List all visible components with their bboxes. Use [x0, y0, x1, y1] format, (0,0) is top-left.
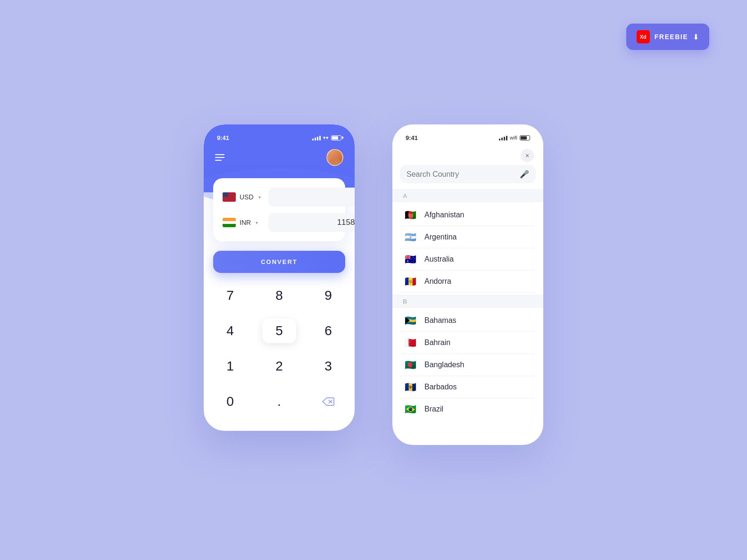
country-item-bahamas[interactable]: 🇧🇸 Bahamas	[400, 310, 536, 332]
country-item-argentina[interactable]: 🇦🇷 Argentina	[400, 226, 536, 248]
country-name-andorra: Andorra	[424, 277, 451, 286]
section-a-header: A	[392, 189, 543, 202]
phones-container: 9:41 ▾▾	[204, 124, 543, 445]
key-4[interactable]: 4	[213, 319, 247, 343]
country-name-brazil: Brazil	[424, 405, 443, 413]
flag-afghanistan: 🇦🇫	[403, 210, 418, 220]
country-name-bahrain: Bahrain	[424, 338, 450, 347]
keypad-row-1: 7 8 9	[213, 278, 345, 313]
key-9[interactable]: 9	[311, 283, 345, 308]
key-3[interactable]: 3	[311, 354, 345, 379]
download-icon: ⬇	[693, 33, 699, 41]
signal-bars-icon	[312, 135, 321, 140]
freebie-badge[interactable]: Xd FREEBIE ⬇	[626, 24, 709, 50]
to-currency-chevron: ▾	[256, 220, 258, 225]
to-currency-row: INR ▾	[223, 213, 336, 232]
section-b-header: B	[392, 295, 543, 308]
flag-australia: 🇦🇺	[403, 254, 418, 264]
to-currency-code: INR	[240, 219, 251, 226]
close-button[interactable]: ×	[521, 149, 534, 162]
phone2-signal-bars-icon	[499, 135, 507, 140]
freebie-label: FREEBIE	[655, 33, 688, 41]
flag-bahamas: 🇧🇸	[403, 315, 418, 326]
phone1-currency-converter: 9:41 ▾▾	[204, 124, 355, 431]
keypad-row-2: 4 5 6	[213, 313, 345, 348]
country-name-afghanistan: Afghanistan	[424, 211, 465, 219]
convert-button[interactable]: CONVERT	[213, 251, 345, 273]
country-item-bangladesh[interactable]: 🇧🇩 Bangladesh	[400, 354, 536, 376]
currency-card: USD ▾ INR ▾	[213, 178, 345, 241]
key-decimal[interactable]: .	[262, 389, 296, 414]
country-item-brazil[interactable]: 🇧🇷 Brazil	[400, 398, 536, 420]
key-6[interactable]: 6	[311, 319, 345, 343]
phone2-wifi-icon: wifi	[510, 135, 517, 140]
avatar[interactable]	[326, 149, 343, 166]
phone2-status-icons: wifi	[499, 135, 530, 140]
to-currency-selector[interactable]: INR ▾	[223, 218, 263, 227]
key-5[interactable]: 5	[262, 319, 296, 343]
flag-argentina: 🇦🇷	[403, 232, 418, 242]
keypad-row-3: 1 2 3	[213, 349, 345, 384]
hamburger-menu-icon[interactable]	[215, 154, 224, 161]
keypad: 7 8 9 4 5 6 1 2 3 0 .	[204, 273, 355, 431]
country-item-barbados[interactable]: 🇧🇧 Barbados	[400, 376, 536, 398]
flag-barbados: 🇧🇧	[403, 382, 418, 392]
to-amount-input[interactable]	[268, 213, 355, 232]
from-currency-row: USD ▾	[223, 188, 336, 206]
from-currency-chevron: ▾	[258, 195, 261, 200]
from-currency-selector[interactable]: USD ▾	[223, 192, 263, 202]
close-bar: ×	[392, 145, 543, 165]
country-item-bahrain[interactable]: 🇧🇭 Bahrain	[400, 332, 536, 354]
from-currency-code: USD	[240, 193, 254, 201]
country-item-andorra[interactable]: 🇦🇩 Andorra	[400, 271, 536, 293]
flag-andorra: 🇦🇩	[403, 276, 418, 287]
phone1-status-time: 9:41	[217, 134, 229, 141]
battery-icon	[331, 135, 341, 140]
flag-brazil: 🇧🇷	[403, 404, 418, 414]
phone2-country-search: 9:41 wifi × 🎤	[392, 124, 543, 445]
key-8[interactable]: 8	[262, 283, 296, 308]
phone1-status-bar: 9:41 ▾▾	[204, 124, 355, 145]
section-a-label: A	[403, 192, 407, 199]
xd-icon: Xd	[637, 30, 650, 43]
country-name-bangladesh: Bangladesh	[424, 361, 465, 369]
key-0[interactable]: 0	[213, 389, 247, 414]
country-name-argentina: Argentina	[424, 233, 457, 241]
phone2-status-time: 9:41	[406, 134, 418, 141]
country-name-australia: Australia	[424, 255, 454, 264]
country-list: A 🇦🇫 Afghanistan 🇦🇷 Argentina 🇦🇺 Austral…	[392, 187, 543, 445]
wifi-icon: ▾▾	[323, 135, 329, 141]
phone1-status-icons: ▾▾	[312, 135, 341, 141]
country-item-australia[interactable]: 🇦🇺 Australia	[400, 248, 536, 271]
flag-bangladesh: 🇧🇩	[403, 360, 418, 370]
search-country-input[interactable]	[407, 170, 520, 179]
country-item-afghanistan[interactable]: 🇦🇫 Afghanistan	[400, 204, 536, 226]
key-1[interactable]: 1	[213, 354, 247, 379]
convert-button-container: CONVERT	[204, 251, 355, 273]
phone2-notch	[437, 124, 498, 138]
flag-bahrain: 🇧🇭	[403, 338, 418, 348]
phone2-battery-icon	[520, 135, 530, 140]
country-name-barbados: Barbados	[424, 383, 457, 391]
key-2[interactable]: 2	[262, 354, 296, 379]
keypad-row-4: 0 .	[213, 384, 345, 420]
from-amount-input[interactable]	[268, 188, 355, 206]
section-b-label: B	[403, 298, 407, 305]
microphone-icon[interactable]: 🎤	[520, 170, 529, 179]
usd-flag	[223, 192, 236, 202]
key-backspace[interactable]	[311, 389, 345, 414]
search-bar[interactable]: 🎤	[400, 165, 536, 183]
country-name-bahamas: Bahamas	[424, 316, 456, 325]
key-7[interactable]: 7	[213, 283, 247, 308]
inr-flag	[223, 218, 236, 227]
